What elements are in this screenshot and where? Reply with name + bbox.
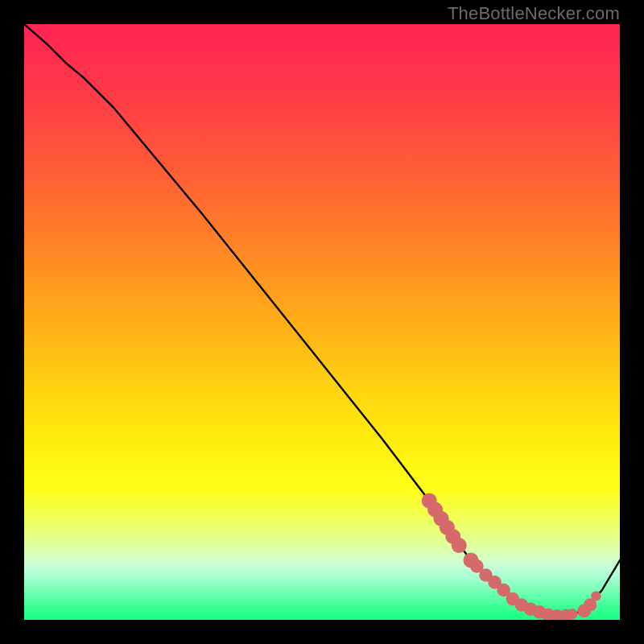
data-marker bbox=[452, 538, 467, 553]
data-marker bbox=[591, 591, 601, 601]
chart-svg bbox=[24, 24, 620, 620]
watermark-text: TheBottleNecker.com bbox=[448, 3, 620, 24]
curve-line bbox=[24, 24, 620, 617]
chart-plot-area bbox=[24, 24, 620, 620]
data-marker bbox=[567, 609, 577, 619]
chart-frame: TheBottleNecker.com bbox=[0, 0, 644, 644]
curve-markers bbox=[422, 493, 601, 620]
